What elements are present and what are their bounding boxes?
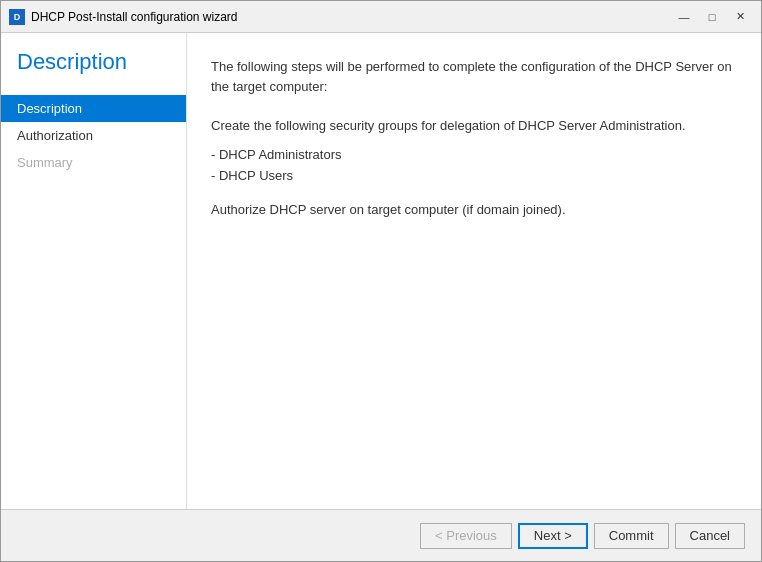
list-item-1: - DHCP Administrators bbox=[211, 145, 737, 166]
commit-button[interactable]: Commit bbox=[594, 523, 669, 549]
cancel-button[interactable]: Cancel bbox=[675, 523, 745, 549]
authorize-text: Authorize DHCP server on target computer… bbox=[211, 200, 737, 220]
title-bar: D DHCP Post-Install configuration wizard… bbox=[1, 1, 761, 33]
list-items: - DHCP Administrators - DHCP Users bbox=[211, 145, 737, 187]
page-title: Description bbox=[1, 49, 186, 95]
maximize-button[interactable]: □ bbox=[699, 7, 725, 27]
nav-item-description[interactable]: Description bbox=[1, 95, 186, 122]
window-title: DHCP Post-Install configuration wizard bbox=[31, 10, 671, 24]
left-panel: Description Description Authorization Su… bbox=[1, 33, 186, 509]
intro-text: The following steps will be performed to… bbox=[211, 57, 737, 96]
section-label: Create the following security groups for… bbox=[211, 116, 737, 137]
right-panel: The following steps will be performed to… bbox=[186, 33, 761, 509]
nav-item-summary: Summary bbox=[1, 149, 186, 176]
title-bar-controls: — □ ✕ bbox=[671, 7, 753, 27]
previous-button[interactable]: < Previous bbox=[420, 523, 512, 549]
window-icon: D bbox=[9, 9, 25, 25]
footer: < Previous Next > Commit Cancel bbox=[1, 509, 761, 561]
next-button[interactable]: Next > bbox=[518, 523, 588, 549]
close-button[interactable]: ✕ bbox=[727, 7, 753, 27]
nav-item-authorization[interactable]: Authorization bbox=[1, 122, 186, 149]
list-item-2: - DHCP Users bbox=[211, 166, 737, 187]
minimize-button[interactable]: — bbox=[671, 7, 697, 27]
main-window: D DHCP Post-Install configuration wizard… bbox=[0, 0, 762, 562]
content-area: Description Description Authorization Su… bbox=[1, 33, 761, 509]
